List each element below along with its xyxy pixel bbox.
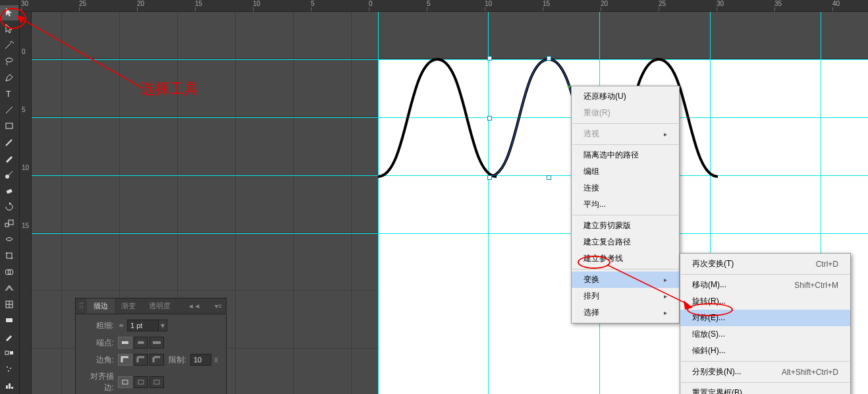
selection-handle[interactable] bbox=[487, 116, 492, 121]
weight-link-icon[interactable]: ⚭ bbox=[118, 321, 124, 330]
cap-label: 端点: bbox=[82, 337, 114, 349]
direct-selection-tool[interactable] bbox=[0, 22, 18, 37]
svg-rect-32 bbox=[122, 380, 128, 384]
menu-average[interactable]: 平均... bbox=[572, 196, 679, 213]
rectangle-tool[interactable] bbox=[0, 119, 18, 134]
limit-unit: x bbox=[214, 355, 218, 364]
free-transform-tool[interactable] bbox=[0, 248, 18, 264]
panel-menu-icon[interactable]: ▾≡ bbox=[215, 302, 222, 310]
submenu-scale[interactable]: 缩放(S)... bbox=[680, 326, 850, 343]
submenu-transform-each[interactable]: 分别变换(N)...Alt+Shift+Ctrl+D bbox=[680, 364, 850, 380]
svg-line-2 bbox=[6, 107, 13, 113]
context-menu: 还原移动(U) 重做(R) 透视▸ 隔离选中的路径 编组 连接 平均... 建立… bbox=[571, 86, 680, 324]
guide-horizontal[interactable] bbox=[32, 233, 868, 234]
dropdown-icon[interactable]: ▾ bbox=[158, 320, 167, 331]
blend-tool[interactable] bbox=[0, 345, 18, 360]
magic-wand-tool[interactable] bbox=[0, 38, 18, 53]
gradient-tool[interactable] bbox=[0, 313, 18, 328]
align-outside-button[interactable] bbox=[149, 376, 164, 388]
transform-submenu: 再次变换(T)Ctrl+D 移动(M)...Shift+Ctrl+M 旋转(R)… bbox=[680, 253, 851, 394]
blob-brush-tool[interactable] bbox=[0, 167, 18, 183]
ruler-tick: 5 bbox=[427, 0, 431, 7]
tool-palette: T bbox=[0, 0, 20, 394]
menu-join[interactable]: 连接 bbox=[572, 180, 679, 196]
menu-group[interactable]: 编组 bbox=[572, 163, 679, 180]
submenu-transform-again[interactable]: 再次变换(T)Ctrl+D bbox=[680, 256, 850, 272]
menu-isolate[interactable]: 隔离选中的路径 bbox=[572, 147, 679, 163]
corner-miter-button[interactable] bbox=[118, 354, 132, 366]
ruler-tick: 10 bbox=[22, 164, 29, 171]
ruler-tick: 10 bbox=[485, 0, 492, 7]
svg-rect-16 bbox=[6, 318, 13, 322]
grip-icon[interactable]: ⠿ bbox=[76, 302, 87, 311]
tab-transparency[interactable]: 透明度 bbox=[142, 298, 177, 314]
submenu-shear[interactable]: 倾斜(H)... bbox=[680, 343, 850, 359]
corner-round-button[interactable] bbox=[134, 354, 148, 366]
corner-bevel-button[interactable] bbox=[149, 354, 164, 366]
paintbrush-tool[interactable] bbox=[0, 135, 18, 150]
svg-rect-23 bbox=[9, 383, 11, 389]
svg-point-19 bbox=[7, 366, 8, 368]
menu-make-guides[interactable]: 建立参考线 bbox=[572, 250, 679, 267]
submenu-move[interactable]: 移动(M)...Shift+Ctrl+M bbox=[680, 277, 850, 293]
panel-collapse-icon[interactable]: ◄◄ bbox=[188, 302, 201, 310]
menu-arrange[interactable]: 排列▸ bbox=[572, 288, 679, 304]
menu-transform[interactable]: 变换▸ bbox=[572, 271, 679, 288]
align-stroke-label: 对齐描边: bbox=[82, 371, 114, 393]
rotate-tool[interactable] bbox=[0, 200, 18, 215]
cap-round-button[interactable] bbox=[134, 337, 148, 349]
width-tool[interactable] bbox=[0, 232, 18, 247]
svg-point-21 bbox=[8, 370, 9, 372]
ruler-tick: 35 bbox=[774, 0, 782, 7]
ruler-tick: 15 bbox=[22, 222, 29, 229]
ruler-vertical[interactable]: 0 5 10 15 bbox=[20, 12, 32, 394]
selection-handle[interactable] bbox=[547, 175, 551, 180]
ruler-tick: 40 bbox=[832, 0, 840, 7]
svg-point-0 bbox=[6, 58, 13, 62]
weight-input[interactable] bbox=[127, 320, 159, 331]
svg-rect-18 bbox=[10, 351, 13, 354]
menu-select[interactable]: 选择▸ bbox=[572, 304, 679, 321]
ruler-tick: 5 bbox=[311, 0, 315, 7]
perspective-grid-tool[interactable] bbox=[0, 281, 18, 296]
eyedropper-tool[interactable] bbox=[0, 329, 18, 345]
align-inside-button[interactable] bbox=[134, 376, 148, 388]
wave-path-1[interactable] bbox=[378, 58, 497, 180]
ruler-tick: 0 bbox=[369, 0, 373, 7]
lasso-tool[interactable] bbox=[0, 54, 18, 69]
ruler-tick: 20 bbox=[601, 0, 608, 7]
svg-rect-17 bbox=[5, 351, 9, 354]
menu-make-clip[interactable]: 建立剪切蒙版 bbox=[572, 217, 679, 234]
selection-handle[interactable] bbox=[487, 175, 492, 180]
stroke-panel[interactable]: ⠿ 描边 渐变 透明度 ◄◄ ▾≡ 粗细: ⚭ ▾ 端点: 边角: bbox=[75, 298, 227, 394]
submenu-rotate[interactable]: 旋转(R)... bbox=[680, 293, 850, 310]
column-graph-tool[interactable] bbox=[0, 378, 18, 393]
limit-input[interactable] bbox=[190, 354, 211, 366]
submenu-reflect[interactable]: 对称(E)... bbox=[680, 310, 850, 326]
cap-projecting-button[interactable] bbox=[149, 337, 164, 349]
tab-stroke[interactable]: 描边 bbox=[87, 298, 115, 314]
selection-handle[interactable] bbox=[547, 56, 551, 61]
menu-undo[interactable]: 还原移动(U) bbox=[572, 88, 679, 105]
tab-gradient[interactable]: 渐变 bbox=[115, 298, 142, 314]
ruler-horizontal[interactable]: 30 25 20 15 10 5 0 5 10 15 20 25 30 35 4… bbox=[20, 0, 868, 12]
shape-builder-tool[interactable] bbox=[0, 264, 18, 279]
selection-handle[interactable] bbox=[487, 56, 492, 61]
svg-rect-33 bbox=[138, 380, 144, 384]
menu-make-compound[interactable]: 建立复合路径 bbox=[572, 234, 679, 250]
type-tool[interactable]: T bbox=[0, 86, 18, 101]
submenu-reset-bbox[interactable]: 重置定界框(B) bbox=[680, 385, 850, 394]
selection-tool[interactable] bbox=[0, 5, 18, 20]
cap-butt-button[interactable] bbox=[118, 337, 132, 349]
align-center-button[interactable] bbox=[118, 376, 132, 388]
line-tool[interactable] bbox=[0, 102, 18, 117]
ruler-tick: 15 bbox=[543, 0, 550, 7]
symbol-sprayer-tool[interactable] bbox=[0, 362, 18, 377]
eraser-tool[interactable] bbox=[0, 183, 18, 198]
pencil-tool[interactable] bbox=[0, 151, 18, 166]
svg-rect-34 bbox=[154, 380, 159, 384]
panel-tabs: ⠿ 描边 渐变 透明度 ◄◄ ▾≡ bbox=[76, 298, 226, 314]
mesh-tool[interactable] bbox=[0, 296, 18, 312]
pen-tool[interactable] bbox=[0, 70, 18, 85]
scale-tool[interactable] bbox=[0, 216, 18, 231]
